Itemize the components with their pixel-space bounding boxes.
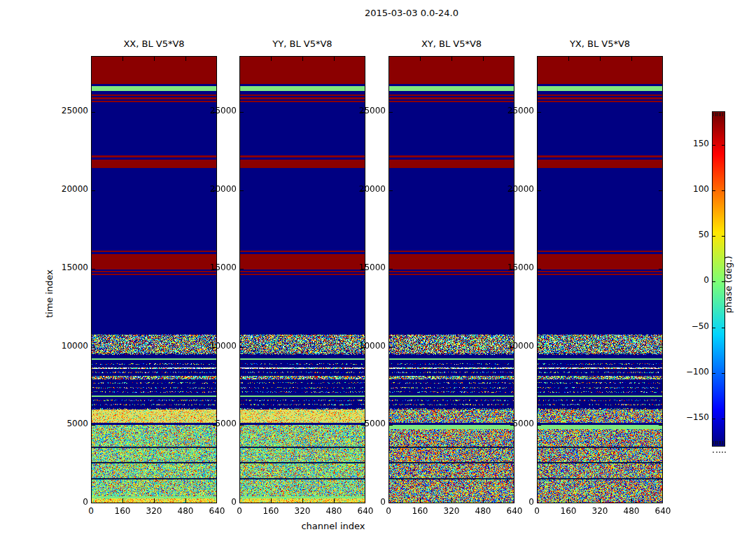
subplot-title-xy: XY, BL V5*V8	[388, 38, 514, 49]
colorbar-masked-indicator	[713, 451, 726, 453]
colorbar-tick-mark	[722, 236, 724, 237]
heatmap-panel-yx	[537, 56, 663, 503]
x-tick-label: 0	[74, 506, 108, 516]
colorbar-tick-mark	[722, 328, 724, 328]
colorbar-tick-mark	[722, 145, 724, 146]
colorbar-end-tick	[717, 113, 718, 116]
y-tick-label: 25000	[53, 106, 88, 115]
y-tick-label: 10000	[53, 341, 88, 351]
heatmap-panel-xy	[388, 56, 514, 503]
colorbar-tick-mark	[722, 419, 724, 419]
x-tick-label: 160	[402, 506, 438, 516]
x-tick-label: 320	[582, 506, 617, 516]
subplot-title-xx: XX, BL V5*V8	[91, 38, 217, 49]
y-tick-label: 20000	[202, 184, 237, 194]
x-tick-label: 480	[316, 506, 351, 516]
y-tick-label: 15000	[499, 262, 534, 272]
x-tick-label: 160	[253, 506, 288, 516]
x-tick-label: 320	[136, 506, 172, 516]
x-tick-label: 160	[105, 506, 140, 516]
colorbar-end-tick	[722, 113, 723, 116]
colorbar-tick-label: −100	[677, 367, 709, 377]
x-tick-label: 0	[371, 506, 406, 516]
y-tick-label: 0	[202, 497, 237, 507]
colorbar-tick-label: 50	[677, 230, 709, 239]
x-tick-label: 320	[285, 506, 320, 516]
colorbar-end-tick	[715, 113, 716, 116]
y-tick-label: 0	[53, 497, 88, 507]
x-tick-label: 480	[168, 506, 203, 516]
colorbar-tick-label: −50	[677, 321, 709, 331]
colorbar-tick-label: −150	[677, 412, 709, 422]
y-tick-label: 10000	[499, 341, 534, 351]
colorbar-end-tick	[719, 113, 720, 116]
colorbar-tick-mark	[713, 373, 715, 374]
y-tick-label: 0	[351, 497, 386, 507]
y-tick-label: 0	[499, 497, 534, 507]
colorbar-tick-mark	[713, 281, 715, 282]
colorbar-tick-mark	[722, 281, 724, 282]
colorbar-end-tick	[715, 441, 716, 444]
y-tick-label: 10000	[351, 341, 386, 351]
x-axis-label: channel index	[263, 521, 403, 531]
y-tick-label: 25000	[351, 106, 386, 115]
y-tick-label: 5000	[499, 419, 534, 428]
subplot-title-yx: YX, BL V5*V8	[537, 38, 663, 49]
y-tick-label: 5000	[53, 419, 88, 428]
colorbar-end-tick	[720, 441, 721, 444]
colorbar-tick-mark	[722, 373, 724, 374]
y-tick-label: 5000	[351, 419, 386, 428]
figure: 2015-03-03 0.0-24.0 XX, BL V5*V8 YY, BL …	[0, 0, 735, 560]
y-tick-label: 20000	[53, 184, 88, 194]
figure-title: 2015-03-03 0.0-24.0	[202, 8, 622, 18]
colorbar-label: phase (deg.)	[723, 241, 734, 328]
colorbar-tick-mark	[713, 145, 715, 146]
y-tick-label: 5000	[202, 419, 237, 428]
colorbar-tick-label: 150	[677, 139, 709, 148]
x-tick-label: 160	[551, 506, 586, 516]
colorbar-end-tick	[719, 441, 720, 444]
x-tick-label: 640	[645, 506, 680, 516]
colorbar-tick-mark	[713, 328, 715, 328]
colorbar-end-tick	[713, 113, 714, 116]
x-tick-label: 0	[222, 506, 257, 516]
colorbar-end-tick	[717, 441, 718, 444]
subplot-title-yy: YY, BL V5*V8	[239, 38, 365, 49]
y-tick-label: 20000	[499, 184, 534, 194]
colorbar-tick-mark	[713, 419, 715, 419]
colorbar-end-tick	[713, 441, 714, 444]
y-tick-label: 15000	[53, 262, 88, 272]
x-tick-label: 0	[519, 506, 554, 516]
y-tick-label: 15000	[202, 262, 237, 272]
heatmap-panel-yy	[239, 56, 365, 503]
y-tick-label: 20000	[351, 184, 386, 194]
x-tick-label: 320	[434, 506, 469, 516]
colorbar-tick-mark	[713, 236, 715, 237]
y-tick-label: 15000	[351, 262, 386, 272]
colorbar-end-tick	[722, 441, 723, 444]
colorbar-tick-mark	[722, 190, 724, 191]
x-tick-label: 480	[614, 506, 649, 516]
y-tick-label: 25000	[202, 106, 237, 115]
colorbar-tick-mark	[713, 190, 715, 191]
x-tick-label: 480	[465, 506, 500, 516]
colorbar-tick-label: 0	[677, 275, 709, 285]
y-tick-label: 10000	[202, 341, 237, 351]
heatmap-panel-xx	[91, 56, 217, 503]
colorbar-end-tick	[720, 113, 721, 116]
y-tick-label: 25000	[499, 106, 534, 115]
colorbar-tick-label: 100	[677, 184, 709, 194]
